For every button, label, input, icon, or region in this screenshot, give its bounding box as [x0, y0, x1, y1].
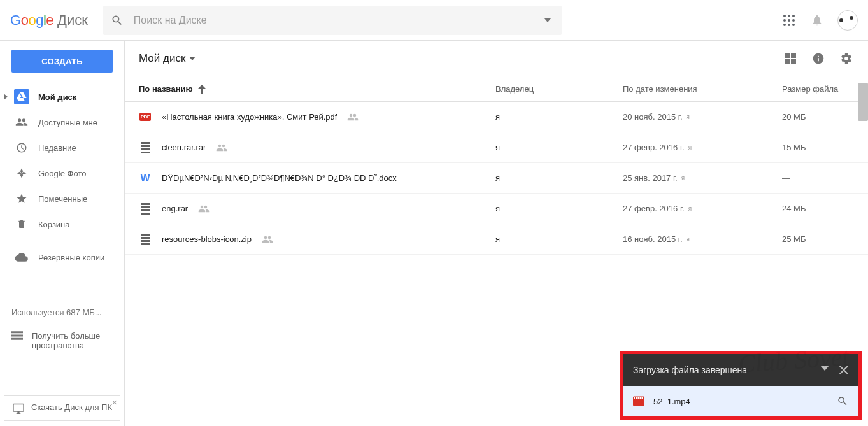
file-size: 25 МБ: [782, 234, 854, 244]
svg-rect-17: [141, 145, 150, 147]
table-row[interactable]: eng.rarя27 февр. 2016 г.я24 МБ: [125, 194, 868, 224]
download-desktop-card[interactable]: × Скачать Диск для ПК: [4, 395, 120, 421]
grid-view-icon[interactable]: [783, 51, 798, 66]
create-button[interactable]: СОЗДАТЬ: [11, 50, 113, 73]
word-icon: W: [140, 173, 150, 184]
svg-rect-15: [791, 59, 796, 64]
close-icon[interactable]: ×: [112, 397, 117, 408]
get-more-storage[interactable]: Получить больше пространства: [0, 325, 124, 366]
file-rows: PDF«Настольная книга художника», Смит Ре…: [125, 102, 868, 255]
column-size[interactable]: Размер файла: [782, 84, 841, 94]
svg-rect-20: [141, 203, 150, 205]
apps-icon[interactable]: [781, 13, 797, 28]
svg-rect-16: [141, 142, 150, 144]
svg-point-8: [792, 24, 795, 26]
svg-rect-29: [634, 397, 636, 399]
file-modified-by: я: [688, 205, 692, 212]
svg-rect-23: [141, 213, 150, 215]
chevron-down-icon: [189, 57, 196, 60]
file-size: 24 МБ: [782, 204, 854, 213]
sidebar-item-my-drive[interactable]: Мой диск: [0, 84, 124, 110]
drive-icon: [14, 89, 29, 104]
sidebar-item-photos[interactable]: Google Фото: [0, 160, 124, 186]
file-owner: я: [495, 234, 623, 244]
scrollbar-thumb[interactable]: [858, 83, 868, 121]
breadcrumb-label: Мой диск: [139, 52, 185, 65]
sidebar-item-label: Недавние: [38, 143, 119, 153]
file-owner: я: [495, 143, 623, 152]
trash-icon: [14, 217, 29, 232]
svg-point-5: [792, 19, 795, 22]
table-row[interactable]: WÐŸÐµÑ€Ð²Ñ‹Ðµ Ñ‚Ñ€Ð¸Ð²Ð¾Ð¶Ñ€Ð¾Ñ Ð° Ð¿Ð¾ …: [125, 163, 868, 194]
svg-point-7: [788, 24, 790, 26]
photos-icon: [14, 166, 29, 181]
locate-file-icon[interactable]: [837, 395, 848, 407]
pdf-icon: PDF: [139, 113, 152, 121]
info-icon[interactable]: [811, 51, 826, 66]
file-owner: я: [495, 173, 623, 183]
collapse-icon[interactable]: [820, 366, 829, 374]
svg-point-4: [788, 19, 790, 22]
breadcrumb[interactable]: Мой диск: [139, 52, 196, 65]
shared-icon: [14, 115, 29, 130]
account-avatar[interactable]: [837, 10, 858, 31]
file-name: cleen.rar.rar: [162, 143, 206, 152]
svg-rect-10: [11, 335, 23, 337]
svg-rect-31: [638, 397, 639, 399]
file-modified: 20 нояб. 2015 г.: [623, 112, 683, 122]
shared-indicator-icon: [198, 205, 210, 213]
header-actions: [781, 10, 858, 31]
cloud-icon: [14, 250, 29, 265]
file-modified: 25 янв. 2017 г.: [623, 173, 678, 183]
chevron-right-icon[interactable]: [0, 94, 11, 100]
svg-rect-18: [141, 148, 150, 150]
svg-rect-21: [141, 206, 150, 208]
file-name: eng.rar: [162, 204, 188, 213]
file-modified-by: я: [681, 174, 685, 181]
svg-rect-13: [791, 53, 796, 58]
file-modified-by: я: [687, 236, 690, 243]
logo[interactable]: Google Диск: [10, 12, 88, 29]
archive-icon: [141, 234, 150, 245]
sidebar-item-starred[interactable]: Помеченные: [0, 186, 124, 211]
more-storage-label: Получить больше пространства: [32, 331, 113, 350]
column-owner[interactable]: Владелец: [495, 84, 623, 94]
svg-rect-25: [141, 237, 150, 239]
table-row[interactable]: cleen.rar.rarя27 февр. 2016 г.я15 МБ: [125, 132, 868, 163]
search-dropdown-icon[interactable]: [540, 13, 555, 28]
upload-file-row[interactable]: 52_1.mp4: [623, 386, 858, 416]
upload-complete-popup: Загрузка файла завершена 52_1.mp4: [620, 351, 862, 420]
svg-rect-27: [141, 243, 150, 245]
sidebar-item-label: Корзина: [38, 220, 119, 229]
sidebar-item-shared[interactable]: Доступные мне: [0, 110, 124, 135]
column-name-label: По названию: [139, 84, 193, 94]
clock-icon: [14, 140, 29, 155]
svg-rect-11: [11, 338, 23, 340]
monitor-icon: [12, 402, 25, 414]
gear-icon[interactable]: [839, 51, 854, 66]
svg-rect-22: [141, 209, 150, 211]
shared-indicator-icon: [347, 113, 359, 121]
sidebar-item-trash[interactable]: Корзина: [0, 211, 124, 237]
svg-rect-9: [11, 331, 23, 333]
sidebar: СОЗДАТЬ Мой диск Доступные мне: [0, 41, 125, 426]
notifications-icon[interactable]: [809, 13, 825, 28]
table-row[interactable]: PDF«Настольная книга художника», Смит Ре…: [125, 102, 868, 132]
storage-icon: [11, 331, 23, 340]
svg-rect-12: [785, 53, 790, 58]
sort-arrow-up-icon: [198, 85, 206, 94]
search-bar[interactable]: [103, 6, 562, 35]
column-modified[interactable]: По дате изменения: [623, 84, 782, 94]
file-name: «Настольная книга художника», Смит Рей.p…: [162, 112, 337, 122]
column-name[interactable]: По названию: [139, 84, 495, 94]
sidebar-item-recent[interactable]: Недавние: [0, 135, 124, 160]
svg-rect-30: [636, 397, 637, 399]
archive-icon: [141, 203, 150, 215]
shared-indicator-icon: [262, 236, 273, 243]
svg-point-3: [783, 19, 786, 22]
table-row[interactable]: resources-blobs-icon.zipя16 нояб. 2015 г…: [125, 224, 868, 255]
sidebar-item-backups[interactable]: Резервные копии: [0, 245, 124, 270]
storage-usage: Используется 687 МБ...: [0, 300, 124, 325]
close-icon[interactable]: [839, 366, 848, 374]
search-input[interactable]: [125, 15, 540, 26]
